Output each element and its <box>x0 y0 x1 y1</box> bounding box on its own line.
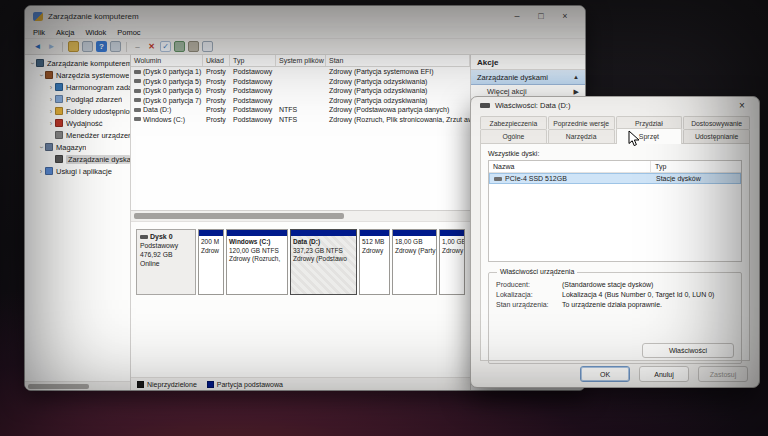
column-header-typ[interactable]: Typ <box>230 55 276 66</box>
device-properties-group: Właściwości urządzenia Producent: (Stand… <box>488 272 742 364</box>
tab-ogolne[interactable]: Ogólne <box>480 129 547 143</box>
minimize-button[interactable]: – <box>505 8 529 24</box>
properties-dialog: Właściwości: Data (D:) × Zabezpieczenia … <box>470 96 760 388</box>
chevron-right-icon[interactable] <box>37 168 45 175</box>
properties-button[interactable]: Właściwości <box>642 343 734 358</box>
menu-pomoc[interactable]: Pomoc <box>117 28 140 37</box>
tab-narzedzia[interactable]: Narzędzia <box>548 129 615 143</box>
graphical-disk-view: Dysk 0 Podstawowy 476,92 GB Online 200 M… <box>131 222 470 390</box>
table-row[interactable]: Data (D:) Prosty Podstawowy NTFS Zdrowy … <box>131 105 470 115</box>
chevron-right-icon[interactable] <box>47 84 55 91</box>
volume-icon <box>134 108 141 112</box>
tree-item-computer-management[interactable]: Zarządzanie komputerem (lokal <box>25 57 130 69</box>
column-header-uklad[interactable]: Układ <box>203 55 230 66</box>
tree-item-storage[interactable]: Magazyn <box>25 141 130 153</box>
tree-item-event-viewer[interactable]: Podgląd zdarzeń <box>25 93 130 105</box>
disk0-info-box[interactable]: Dysk 0 Podstawowy 476,92 GB Online <box>136 229 196 295</box>
table-row[interactable]: (Dysk 0 partycja 1) Prosty Podstawowy Zd… <box>131 67 470 77</box>
properties-check-icon[interactable]: ✓ <box>160 41 171 52</box>
disk-icon <box>140 235 148 239</box>
partition-18gb[interactable]: 18,00 GB Zdrowy (Party <box>392 229 437 295</box>
column-header-system-plikow[interactable]: System plików <box>276 55 326 66</box>
tab-zabezpieczenia[interactable]: Zabezpieczenia <box>480 116 547 129</box>
computer-management-icon <box>33 12 43 21</box>
scrollbar-thumb[interactable] <box>134 213 344 219</box>
tree-item-system-tools[interactable]: Narzędzia systemowe <box>25 69 130 81</box>
partition-data-d[interactable]: Data (D:) 337,23 GB NTFS Zdrowy (Podstaw… <box>290 229 357 295</box>
menu-akcja[interactable]: Akcja <box>56 28 74 37</box>
cancel-button[interactable]: Anuluj <box>639 366 689 382</box>
volume-list: Wolumin Układ Typ System plików Stan (Dy… <box>131 55 470 211</box>
chevron-right-icon[interactable] <box>47 120 55 127</box>
chevron-down-icon[interactable] <box>37 144 45 151</box>
tree-item-disk-management[interactable]: Zarządzanie dyskami <box>25 153 130 165</box>
tree-item-performance[interactable]: Wydajność <box>25 117 130 129</box>
console-window-icon[interactable] <box>82 41 93 52</box>
device-list: Nazwa Typ PCIe-4 SSD 512GB Stacje dysków <box>488 160 742 262</box>
column-header-stan[interactable]: Stan <box>326 55 470 66</box>
close-button[interactable]: × <box>553 8 577 24</box>
volume-icon <box>134 89 141 93</box>
tree-item-device-manager[interactable]: Menedżer urządzeń <box>25 129 130 141</box>
volume-icon <box>134 70 141 74</box>
console-tree-icon[interactable] <box>110 41 121 52</box>
tab-poprzednie-wersje[interactable]: Poprzednie wersje <box>548 116 615 129</box>
clock-icon <box>55 83 63 91</box>
dialog-tabs: Zabezpieczenia Poprzednie wersje Przydzi… <box>471 114 759 144</box>
chevron-right-icon[interactable] <box>47 96 55 103</box>
tools-icon <box>45 71 53 79</box>
drive-icon[interactable] <box>188 41 199 52</box>
tab-dostosowywanie[interactable]: Dostosowywanie <box>683 116 750 129</box>
delete-volume-icon[interactable]: ✕ <box>146 41 157 52</box>
partition-windows-c[interactable]: Windows (C:) 120,00 GB NTFS Zdrowy (Rozr… <box>226 229 288 295</box>
close-icon[interactable]: × <box>734 100 750 111</box>
performance-icon <box>55 119 63 127</box>
apply-button: Zastosuj <box>698 366 748 382</box>
add-drive-icon[interactable] <box>174 41 185 52</box>
device-manager-icon <box>55 131 63 139</box>
tab-sprzet[interactable]: Sprzęt <box>616 128 683 144</box>
tree-item-shared-folders[interactable]: Foldery udostępnione <box>25 105 130 117</box>
dialog-title: Właściwości: Data (D:) <box>495 101 570 110</box>
device-list-row[interactable]: PCIe-4 SSD 512GB Stacje dysków <box>489 173 741 184</box>
drive-icon <box>480 103 490 108</box>
table-row[interactable]: Windows (C:) Prosty Podstawowy NTFS Zdro… <box>131 115 470 125</box>
table-row[interactable]: (Dysk 0 partycja 6) Prosty Podstawowy Zd… <box>131 86 470 96</box>
tree-item-task-scheduler[interactable]: Harmonogram zadań <box>25 81 130 93</box>
actions-header: Akcje <box>471 55 585 70</box>
help-icon[interactable]: ? <box>96 41 107 52</box>
maximize-button[interactable]: □ <box>529 8 553 24</box>
volume-icon <box>134 98 141 102</box>
collapse-icon[interactable]: ▲ <box>573 74 579 80</box>
forward-icon[interactable]: ► <box>46 41 57 52</box>
column-header-typ[interactable]: Typ <box>651 161 741 172</box>
menu-plik[interactable]: Plik <box>33 28 45 37</box>
tree-horizontal-scrollbar[interactable] <box>25 381 130 390</box>
ok-button[interactable]: OK <box>580 366 630 382</box>
volume-icon <box>134 79 141 83</box>
folder-icon[interactable] <box>68 41 79 52</box>
scrollbar-thumb[interactable] <box>28 384 89 389</box>
chevron-down-icon[interactable] <box>37 72 45 79</box>
magnifier-icon[interactable]: ‒ <box>132 41 143 52</box>
toolbar-separator <box>126 42 127 52</box>
partition-efi[interactable]: 200 M Zdrow <box>198 229 224 295</box>
actions-section-disk-management[interactable]: Zarządzanie dyskami ▲ <box>471 70 585 85</box>
menu-widok[interactable]: Widok <box>85 28 106 37</box>
column-header-nazwa[interactable]: Nazwa <box>489 161 651 172</box>
back-icon[interactable]: ◄ <box>32 41 43 52</box>
panel-icon[interactable] <box>202 41 213 52</box>
shared-folders-icon <box>55 107 63 115</box>
all-disks-label: Wszystkie dyski: <box>488 150 742 157</box>
chevron-down-icon[interactable] <box>28 60 36 67</box>
tree-item-services-apps[interactable]: Usługi i aplikacje <box>25 165 130 177</box>
horizontal-scrollbar[interactable] <box>131 211 470 222</box>
partition-512mb[interactable]: 512 MB Zdrowy <box>359 229 390 295</box>
disk-management-pane: Wolumin Układ Typ System plików Stan (Dy… <box>131 55 470 390</box>
tab-udostepnianie[interactable]: Udostępnianie <box>683 129 750 143</box>
table-row[interactable]: (Dysk 0 partycja 5) Prosty Podstawowy Zd… <box>131 77 470 87</box>
chevron-right-icon[interactable] <box>47 108 55 115</box>
column-header-wolumin[interactable]: Wolumin <box>131 55 203 66</box>
table-row[interactable]: (Dysk 0 partycja 7) Prosty Podstawowy Zd… <box>131 96 470 106</box>
partition-1gb[interactable]: 1,00 GB Zdrowy (P <box>439 229 465 295</box>
